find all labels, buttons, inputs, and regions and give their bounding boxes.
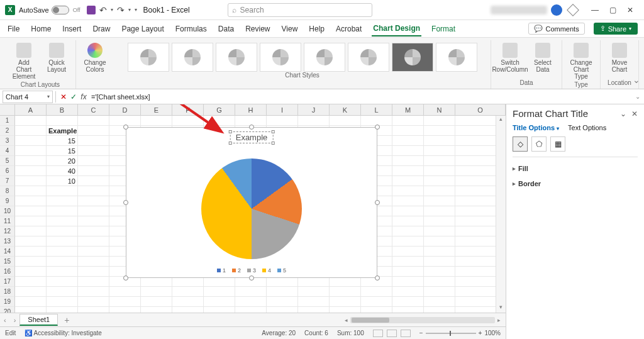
cell[interactable] [47, 226, 78, 236]
sheet-nav-next[interactable]: › [10, 316, 20, 324]
maximize-button[interactable]: ▢ [604, 6, 621, 14]
cell[interactable] [392, 156, 424, 166]
cell[interactable] [47, 257, 78, 267]
tab-data[interactable]: Data [217, 22, 235, 36]
cell[interactable] [15, 146, 47, 156]
border-section[interactable]: ▸Border [513, 180, 638, 187]
cell[interactable] [78, 277, 109, 287]
spreadsheet-grid[interactable]: A B C D E F G H I J K L M N O 12Example3… [0, 104, 506, 313]
col-header[interactable]: I [267, 104, 298, 115]
cell[interactable] [361, 287, 392, 297]
cell[interactable] [392, 257, 424, 267]
cell[interactable] [424, 176, 455, 186]
cell[interactable] [330, 116, 361, 126]
cell[interactable] [424, 136, 455, 146]
row-header[interactable]: 18 [0, 287, 15, 297]
user-avatar[interactable] [551, 4, 562, 16]
cell[interactable] [15, 166, 47, 176]
select-all-corner[interactable] [0, 104, 15, 115]
row-header[interactable]: 12 [0, 226, 15, 236]
cell[interactable] [424, 126, 455, 136]
row-header[interactable]: 1 [0, 116, 15, 126]
formula-enter-button[interactable]: ✓ [69, 92, 79, 101]
cell[interactable]: 15 [47, 136, 78, 146]
cell[interactable] [204, 307, 235, 313]
row-header[interactable]: 4 [0, 146, 15, 156]
cell[interactable] [78, 236, 109, 247]
tab-format[interactable]: Format [430, 22, 457, 36]
cell[interactable] [424, 247, 455, 257]
col-header[interactable]: B [47, 104, 78, 115]
cell[interactable] [424, 257, 455, 267]
cell[interactable] [109, 307, 141, 313]
select-data-button[interactable]: Select Data [528, 42, 558, 74]
cell[interactable] [78, 267, 109, 277]
cell[interactable] [47, 116, 78, 126]
cell[interactable] [141, 116, 172, 126]
cell[interactable] [330, 277, 361, 287]
resize-handle[interactable] [123, 275, 128, 281]
col-header[interactable]: G [204, 104, 235, 115]
cell[interactable] [47, 247, 78, 257]
tab-home[interactable]: Home [30, 22, 52, 36]
cell[interactable] [15, 267, 47, 277]
tab-file[interactable]: File [6, 22, 21, 36]
cell[interactable] [15, 247, 47, 257]
title-options-tab[interactable]: Title Options ▾ [513, 124, 559, 131]
col-header[interactable]: A [15, 104, 47, 115]
cell[interactable] [424, 216, 455, 226]
row-header[interactable]: 2 [0, 126, 15, 136]
cell[interactable] [47, 277, 78, 287]
row-header[interactable]: 14 [0, 247, 15, 257]
qat-customize[interactable]: ▾ [135, 7, 137, 13]
cell[interactable]: 15 [47, 146, 78, 156]
cell[interactable] [392, 166, 424, 176]
pane-dropdown-icon[interactable]: ⌄ [620, 109, 626, 118]
resize-handle[interactable] [375, 200, 380, 205]
col-header[interactable]: O [455, 104, 506, 115]
cell[interactable] [15, 226, 47, 236]
vertical-scrollbar[interactable]: ▴ ▾ [496, 116, 506, 313]
ribbon-collapse-icon[interactable]: ⌄ [633, 75, 640, 85]
legend-item[interactable]: 5 [277, 267, 286, 274]
row-header[interactable]: 5 [0, 156, 15, 166]
fill-section[interactable]: ▸Fill [513, 165, 638, 172]
chart-style-6[interactable] [348, 43, 389, 72]
share-button[interactable]: ⇪Share▾ [594, 23, 638, 35]
cell[interactable] [47, 307, 78, 313]
cell[interactable] [15, 257, 47, 267]
cell[interactable] [172, 307, 204, 313]
row-header[interactable]: 10 [0, 206, 15, 216]
col-header[interactable]: K [330, 104, 361, 115]
cell[interactable] [141, 277, 172, 287]
status-accessibility[interactable]: ♿ Accessibility: Investigate [25, 330, 102, 336]
cell[interactable] [392, 236, 424, 247]
cell[interactable] [267, 287, 298, 297]
cell[interactable] [78, 257, 109, 267]
cell[interactable] [330, 307, 361, 313]
cell[interactable] [298, 116, 330, 126]
scroll-down-icon[interactable]: ▾ [496, 304, 506, 313]
chart-style-4[interactable] [260, 43, 301, 72]
cell[interactable] [330, 297, 361, 307]
legend-item[interactable]: 4 [262, 267, 271, 274]
cell[interactable] [424, 206, 455, 216]
resize-handle[interactable] [123, 125, 128, 130]
chart-style-7[interactable] [392, 43, 433, 72]
cell[interactable] [204, 287, 235, 297]
tab-review[interactable]: Review [244, 22, 271, 36]
horizontal-scrollbar[interactable]: ◂ ▸ [75, 317, 506, 323]
formula-expand-icon[interactable]: ⌄ [635, 93, 640, 100]
cell[interactable] [267, 297, 298, 307]
chart-style-1[interactable] [128, 43, 169, 72]
tab-insert[interactable]: Insert [61, 22, 82, 36]
row-header[interactable]: 20 [0, 307, 15, 313]
cell[interactable] [392, 186, 424, 196]
comments-button[interactable]: 💬Comments [528, 23, 584, 35]
resize-handle[interactable] [375, 275, 380, 281]
switch-row-column-button[interactable]: Switch Row/Column [495, 42, 525, 74]
cell[interactable] [172, 287, 204, 297]
cell[interactable] [78, 146, 109, 156]
cell[interactable] [267, 277, 298, 287]
change-chart-type-button[interactable]: Change Chart Type [566, 42, 596, 81]
